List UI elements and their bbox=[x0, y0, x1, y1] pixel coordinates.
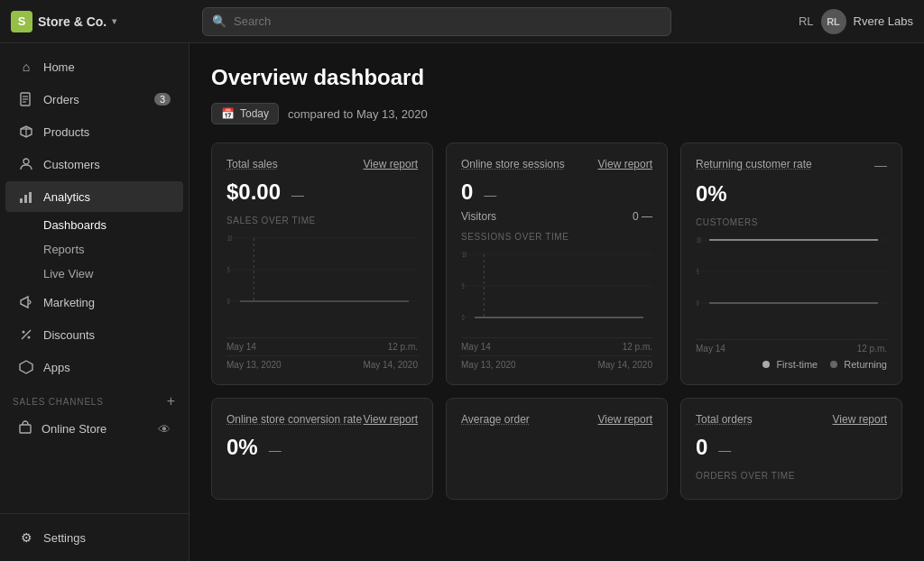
card-total-sales-header: Total sales View report bbox=[226, 158, 418, 170]
returning-title[interactable]: Returning customer rate bbox=[696, 158, 812, 170]
sales-date-1: May 14 bbox=[226, 342, 256, 352]
sessions-date-2: 12 p.m. bbox=[623, 342, 652, 352]
sessions-change: — bbox=[484, 188, 496, 202]
sales-chart: 10 5 0 bbox=[226, 229, 418, 330]
avg-order-header: Average order View report bbox=[461, 413, 652, 426]
avg-order-title[interactable]: Average order bbox=[461, 413, 530, 426]
orders-badge: 3 bbox=[154, 93, 171, 106]
sales-chart-label: SALES OVER TIME bbox=[226, 216, 418, 225]
total-orders-title[interactable]: Total orders bbox=[696, 413, 753, 426]
online-store-icon bbox=[18, 420, 32, 437]
cards-row-2: Online store conversion rate View report… bbox=[211, 398, 902, 500]
customers-icon bbox=[18, 156, 34, 172]
sidebar-label-marketing: Marketing bbox=[43, 296, 95, 309]
page-title: Overview dashboard bbox=[211, 65, 902, 90]
svg-point-6 bbox=[23, 159, 29, 164]
sidebar-item-analytics[interactable]: Analytics bbox=[5, 181, 183, 212]
visitors-value: 0 — bbox=[633, 210, 652, 223]
sidebar-item-discounts[interactable]: Discounts bbox=[5, 319, 183, 350]
svg-text:5: 5 bbox=[227, 265, 230, 274]
avatar[interactable]: RL bbox=[821, 9, 846, 34]
online-store-eye-icon[interactable]: 👁 bbox=[158, 422, 171, 437]
sales-channels-label: SALES CHANNELS bbox=[13, 397, 104, 407]
search-bar[interactable]: 🔍 bbox=[202, 7, 671, 36]
sidebar-item-products[interactable]: Products bbox=[5, 116, 183, 147]
today-button[interactable]: 📅 Today bbox=[211, 103, 279, 124]
calendar-icon: 📅 bbox=[221, 107, 235, 120]
sessions-title[interactable]: Online store sessions bbox=[461, 158, 565, 170]
layout: ⌂ Home Orders 3 Products Customers bbox=[0, 43, 924, 561]
cards-row-1: Total sales View report $0.00 — SALES OV… bbox=[211, 143, 902, 385]
conversion-view-report[interactable]: View report bbox=[364, 413, 418, 426]
visitors-label: Visitors bbox=[461, 210, 496, 223]
returning-value: 0% bbox=[696, 181, 727, 207]
sessions-footer-date-1: May 13, 2020 bbox=[461, 360, 516, 370]
total-orders-header: Total orders View report bbox=[696, 413, 887, 426]
total-orders-change: — bbox=[718, 443, 731, 457]
returning-date-2: 12 p.m. bbox=[857, 344, 887, 354]
sidebar-item-dashboards[interactable]: Dashboards bbox=[5, 214, 183, 236]
compare-label: compared to May 13, 2020 bbox=[288, 107, 428, 121]
returning-chart: 10 5 0 bbox=[696, 231, 887, 332]
store-name: Store & Co. bbox=[38, 14, 106, 29]
conversion-header: Online store conversion rate View report bbox=[226, 413, 418, 426]
sidebar-item-settings[interactable]: ⚙ Settings bbox=[5, 522, 183, 553]
sessions-chart: 10 5 0 bbox=[461, 245, 652, 330]
card-total-orders: Total orders View report 0 — ORDERS OVER… bbox=[680, 398, 902, 500]
sidebar-item-customers[interactable]: Customers bbox=[5, 149, 183, 179]
store-brand[interactable]: S Store & Co. ▾ bbox=[11, 11, 191, 32]
discounts-icon bbox=[18, 326, 34, 343]
svg-rect-14 bbox=[20, 425, 31, 433]
legend-first-time: First-time bbox=[762, 359, 818, 370]
marketing-icon bbox=[18, 294, 34, 310]
user-name: Rvere Labs bbox=[854, 14, 913, 28]
legend-returning: Returning bbox=[830, 359, 887, 370]
settings-icon: ⚙ bbox=[18, 529, 34, 546]
svg-text:10: 10 bbox=[462, 250, 467, 259]
settings-label: Settings bbox=[43, 531, 86, 545]
sidebar-item-orders[interactable]: Orders 3 bbox=[5, 84, 183, 115]
total-sales-view-report[interactable]: View report bbox=[364, 158, 418, 170]
visitors-row: Visitors 0 — bbox=[461, 210, 652, 223]
date-bar: 📅 Today compared to May 13, 2020 bbox=[211, 103, 902, 124]
total-sales-title[interactable]: Total sales bbox=[226, 158, 278, 170]
svg-point-10 bbox=[23, 331, 25, 334]
svg-text:0: 0 bbox=[227, 297, 230, 306]
conversion-title[interactable]: Online store conversion rate bbox=[226, 413, 362, 426]
sidebar-item-online-store[interactable]: Online Store 👁 bbox=[5, 413, 183, 445]
sales-channels-section: SALES CHANNELS + bbox=[0, 383, 189, 412]
sales-footer-date-2: May 14, 2020 bbox=[363, 360, 418, 370]
sidebar-item-liveview[interactable]: Live View bbox=[5, 262, 183, 285]
returning-chart-dates: May 14 12 p.m. bbox=[696, 339, 887, 354]
sidebar-item-home[interactable]: ⌂ Home bbox=[5, 51, 183, 82]
svg-rect-8 bbox=[24, 195, 27, 203]
sidebar-item-apps[interactable]: Apps bbox=[5, 352, 183, 382]
online-store-label: Online Store bbox=[42, 422, 106, 436]
sessions-chart-dates: May 14 12 p.m. bbox=[461, 337, 652, 352]
returning-date-1: May 14 bbox=[696, 344, 725, 354]
total-orders-view-report[interactable]: View report bbox=[833, 413, 887, 426]
card-avg-order: Average order View report bbox=[446, 398, 668, 500]
sessions-view-report[interactable]: View report bbox=[598, 158, 652, 170]
search-input[interactable] bbox=[234, 14, 661, 28]
add-sales-channel-button[interactable]: + bbox=[167, 394, 176, 409]
sidebar-item-reports[interactable]: Reports bbox=[5, 238, 183, 261]
sessions-date-1: May 14 bbox=[461, 342, 491, 352]
svg-text:0: 0 bbox=[462, 313, 465, 322]
sidebar-label-discounts: Discounts bbox=[43, 328, 95, 342]
today-label: Today bbox=[240, 107, 269, 120]
svg-text:10: 10 bbox=[227, 234, 232, 243]
avg-order-view-report[interactable]: View report bbox=[598, 413, 652, 426]
dashboards-label: Dashboards bbox=[43, 218, 106, 232]
sidebar: ⌂ Home Orders 3 Products Customers bbox=[0, 43, 189, 561]
sidebar-bottom: ⚙ Settings bbox=[0, 513, 189, 554]
sales-footer-dates: May 13, 2020 May 14, 2020 bbox=[226, 355, 418, 370]
sidebar-label-products: Products bbox=[43, 125, 89, 139]
conversion-change: — bbox=[269, 443, 282, 457]
chevron-down-icon: ▾ bbox=[112, 16, 116, 26]
sessions-footer-date-2: May 14, 2020 bbox=[597, 360, 652, 370]
card-total-sales: Total sales View report $0.00 — SALES OV… bbox=[211, 143, 433, 385]
sidebar-item-marketing[interactable]: Marketing bbox=[5, 287, 183, 317]
svg-point-11 bbox=[28, 336, 31, 339]
sales-chart-dates: May 14 12 p.m. bbox=[226, 337, 418, 352]
